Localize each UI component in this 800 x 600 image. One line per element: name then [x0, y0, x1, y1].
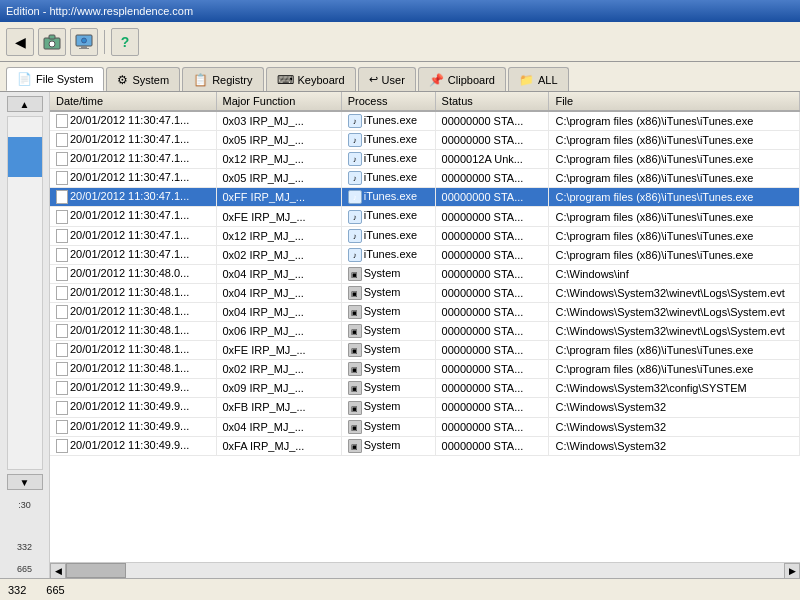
cell-datetime: 20/01/2012 11:30:47.1...: [50, 245, 216, 264]
col-process[interactable]: Process: [341, 92, 435, 111]
table-row[interactable]: 20/01/2012 11:30:48.1...0x06 IRP_MJ_...▣…: [50, 322, 800, 341]
file-icon: [56, 152, 68, 166]
system-process-icon: ▣: [348, 420, 362, 434]
scroll-down-button[interactable]: ▼: [7, 474, 43, 490]
cell-status: 00000000 STA...: [435, 341, 549, 360]
cell-file: C:\program files (x86)\iTunes\iTunes.exe: [549, 207, 800, 226]
system-process-icon: ▣: [348, 381, 362, 395]
statusbar-item2: 665: [46, 584, 64, 596]
tab-registry[interactable]: 📋 Registry: [182, 67, 263, 91]
back-button[interactable]: ◀: [6, 28, 34, 56]
hscroll-left-button[interactable]: ◀: [50, 563, 66, 579]
cell-status: 00000000 STA...: [435, 169, 549, 188]
keyboard-icon: ⌨: [277, 73, 294, 87]
table-row[interactable]: 20/01/2012 11:30:48.1...0x04 IRP_MJ_...▣…: [50, 302, 800, 321]
horizontal-scrollbar[interactable]: ◀ ▶: [50, 562, 800, 578]
table-row[interactable]: 20/01/2012 11:30:49.9...0x09 IRP_MJ_...▣…: [50, 379, 800, 398]
cell-datetime: 20/01/2012 11:30:49.9...: [50, 398, 216, 417]
cell-datetime: 20/01/2012 11:30:48.1...: [50, 302, 216, 321]
cell-major: 0x02 IRP_MJ_...: [216, 360, 341, 379]
cell-file: C:\Windows\inf: [549, 264, 800, 283]
itunes-icon: ♪: [348, 152, 362, 166]
cell-status: 00000000 STA...: [435, 245, 549, 264]
col-datetime[interactable]: Date/time: [50, 92, 216, 111]
table-row[interactable]: 20/01/2012 11:30:48.1...0xFE IRP_MJ_...▣…: [50, 341, 800, 360]
cell-major: 0xFE IRP_MJ_...: [216, 207, 341, 226]
table-row[interactable]: 20/01/2012 11:30:48.0...0x04 IRP_MJ_...▣…: [50, 264, 800, 283]
tab-user[interactable]: ↩ User: [358, 67, 416, 91]
system-process-icon: ▣: [348, 267, 362, 281]
tab-filesystem[interactable]: 📄 File System: [6, 67, 104, 91]
scroll-thumb[interactable]: [8, 137, 42, 177]
monitor-button[interactable]: [70, 28, 98, 56]
table-row[interactable]: 20/01/2012 11:30:47.1...0xFF IRP_MJ_...♪…: [50, 188, 800, 207]
cell-status: 00000000 STA...: [435, 264, 549, 283]
registry-icon: 📋: [193, 73, 208, 87]
system-process-icon: ▣: [348, 324, 362, 338]
cell-major: 0x04 IRP_MJ_...: [216, 417, 341, 436]
svg-rect-2: [49, 35, 55, 39]
cell-major: 0x05 IRP_MJ_...: [216, 169, 341, 188]
keyboard-label: Keyboard: [298, 74, 345, 86]
cell-file: C:\program files (x86)\iTunes\iTunes.exe: [549, 245, 800, 264]
table-row[interactable]: 20/01/2012 11:30:47.1...0x05 IRP_MJ_...♪…: [50, 131, 800, 150]
tabs-bar: 📄 File System ⚙ System 📋 Registry ⌨ Keyb…: [0, 62, 800, 92]
itunes-icon: ♪: [348, 171, 362, 185]
cell-datetime: 20/01/2012 11:30:47.1...: [50, 131, 216, 150]
table-row[interactable]: 20/01/2012 11:30:49.9...0xFB IRP_MJ_...▣…: [50, 398, 800, 417]
table-row[interactable]: 20/01/2012 11:30:48.1...0x02 IRP_MJ_...▣…: [50, 360, 800, 379]
cell-status: 00000000 STA...: [435, 283, 549, 302]
col-file[interactable]: File: [549, 92, 800, 111]
cell-major: 0x09 IRP_MJ_...: [216, 379, 341, 398]
statusbar: 332 665: [0, 578, 800, 600]
cell-file: C:\program files (x86)\iTunes\iTunes.exe: [549, 150, 800, 169]
help-button[interactable]: ?: [111, 28, 139, 56]
table-row[interactable]: 20/01/2012 11:30:47.1...0x05 IRP_MJ_...♪…: [50, 169, 800, 188]
cell-process: ▣System: [341, 264, 435, 283]
table-row[interactable]: 20/01/2012 11:30:47.1...0x12 IRP_MJ_...♪…: [50, 150, 800, 169]
cell-process: ♪iTunes.exe: [341, 150, 435, 169]
file-icon: [56, 133, 68, 147]
tab-all[interactable]: 📁 ALL: [508, 67, 569, 91]
cell-major: 0xFF IRP_MJ_...: [216, 188, 341, 207]
table-row[interactable]: 20/01/2012 11:30:47.1...0x03 IRP_MJ_...♪…: [50, 111, 800, 131]
cell-process: ▣System: [341, 436, 435, 455]
table-row[interactable]: 20/01/2012 11:30:47.1...0x02 IRP_MJ_...♪…: [50, 245, 800, 264]
cell-status: 0000012A Unk...: [435, 150, 549, 169]
table-row[interactable]: 20/01/2012 11:30:47.1...0x12 IRP_MJ_...♪…: [50, 226, 800, 245]
tab-system[interactable]: ⚙ System: [106, 67, 180, 91]
col-status[interactable]: Status: [435, 92, 549, 111]
toolbar-separator: [104, 30, 105, 54]
hscroll-track[interactable]: [66, 563, 784, 578]
cell-status: 00000000 STA...: [435, 188, 549, 207]
tab-keyboard[interactable]: ⌨ Keyboard: [266, 67, 356, 91]
itunes-icon: ♪: [348, 248, 362, 262]
table-container[interactable]: Date/time Major Function Process Status …: [50, 92, 800, 562]
hscroll-right-button[interactable]: ▶: [784, 563, 800, 579]
col-major[interactable]: Major Function: [216, 92, 341, 111]
table-row[interactable]: 20/01/2012 11:30:48.1...0x04 IRP_MJ_...▣…: [50, 283, 800, 302]
clipboard-icon: 📌: [429, 73, 444, 87]
scroll-up-button[interactable]: ▲: [7, 96, 43, 112]
statusbar-item1: 332: [8, 584, 26, 596]
cell-process: ♪iTunes.exe: [341, 131, 435, 150]
file-icon: [56, 305, 68, 319]
sidebar-number3: 665: [17, 564, 32, 574]
cell-process: ▣System: [341, 360, 435, 379]
cell-datetime: 20/01/2012 11:30:48.1...: [50, 341, 216, 360]
title-bar: Edition - http://www.resplendence.com: [0, 0, 800, 22]
cell-major: 0xFB IRP_MJ_...: [216, 398, 341, 417]
cell-datetime: 20/01/2012 11:30:47.1...: [50, 150, 216, 169]
system-process-icon: ▣: [348, 362, 362, 376]
system-process-icon: ▣: [348, 439, 362, 453]
camera-button[interactable]: [38, 28, 66, 56]
cell-datetime: 20/01/2012 11:30:48.0...: [50, 264, 216, 283]
cell-major: 0x04 IRP_MJ_...: [216, 302, 341, 321]
cell-file: C:\Windows\System32\winevt\Logs\System.e…: [549, 322, 800, 341]
table-row[interactable]: 20/01/2012 11:30:49.9...0xFA IRP_MJ_...▣…: [50, 436, 800, 455]
table-row[interactable]: 20/01/2012 11:30:47.1...0xFE IRP_MJ_...♪…: [50, 207, 800, 226]
tab-clipboard[interactable]: 📌 Clipboard: [418, 67, 506, 91]
user-label: User: [382, 74, 405, 86]
hscroll-thumb[interactable]: [66, 563, 126, 578]
table-row[interactable]: 20/01/2012 11:30:49.9...0x04 IRP_MJ_...▣…: [50, 417, 800, 436]
